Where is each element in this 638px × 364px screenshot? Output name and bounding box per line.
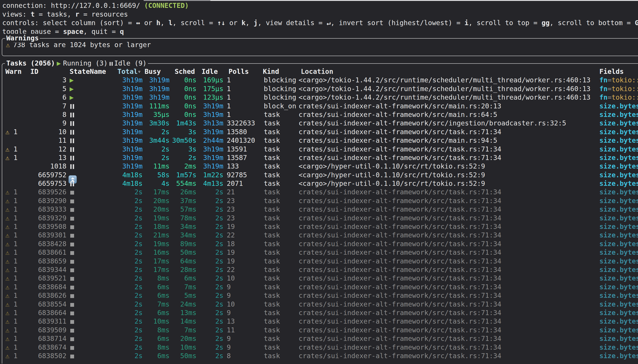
cell-name	[90, 93, 117, 102]
cell-state	[66, 300, 90, 308]
text-segment: ↵	[327, 19, 331, 27]
task-row[interactable]: 113h19m3m44s30m50s2h44m2401320taskcrates…	[2, 136, 638, 145]
task-row[interactable]: ⚠ 168395262s17ms26ms2s21taskcrates/sui-i…	[2, 188, 638, 196]
task-row[interactable]: 66597524m18s58s1m57s1m22s92785task<cargo…	[2, 171, 638, 179]
cell-task-id: 6839509	[22, 326, 66, 334]
cell-state	[66, 308, 90, 317]
cell-task-id: 6838626	[22, 291, 66, 300]
cell-fields: size.bytes=	[598, 128, 638, 136]
cell-task-id: 6839333	[22, 205, 66, 214]
task-row[interactable]: ⚠ 168393332s20ms57ms2s23taskcrates/sui-i…	[2, 205, 638, 214]
cell-busy: 3m44s	[142, 136, 170, 145]
col-kind[interactable]: Kind	[260, 67, 298, 76]
col-location[interactable]: Location	[298, 67, 598, 76]
cell-state	[66, 334, 90, 343]
text-segment: , quit =	[83, 28, 120, 36]
cell-name	[90, 274, 117, 282]
col-name[interactable]: Name	[90, 67, 117, 76]
task-row[interactable]: ⚠ 168386742s8ms10ms2s9taskcrates/sui-ind…	[2, 343, 638, 352]
cell-task-id: 11	[22, 136, 66, 145]
cell-total: 2s	[117, 231, 142, 240]
task-row[interactable]: ⚠ 168387142s6ms20ms2s9taskcrates/sui-ind…	[2, 334, 638, 343]
cell-kind: task	[260, 283, 298, 291]
field-key: size.bytes	[600, 154, 638, 162]
col-polls[interactable]: Polls	[223, 67, 260, 76]
cell-busy: 2s	[142, 145, 170, 154]
col-fields[interactable]: Fields	[598, 67, 638, 76]
task-row[interactable]: ⚠ 168386262s6ms5ms2s9taskcrates/sui-inde…	[2, 291, 638, 300]
cell-sched: 57ms	[170, 205, 196, 214]
cell-warn: ⚠ 1	[2, 308, 22, 317]
task-row[interactable]: 5▶3h19m3h19m0ns175µs1blocking<cargo>/tok…	[2, 84, 638, 93]
task-row[interactable]: ⚠ 168385022s6ms50ms2s8taskcrates/sui-ind…	[2, 352, 638, 360]
task-row[interactable]: 3▶3h19m3h19m0ns169µs1blocking<cargo>/tok…	[2, 76, 638, 84]
cell-location: crates/sui-indexer-alt-framework/src/tas…	[298, 343, 598, 352]
cell-total: 2s	[117, 317, 142, 326]
task-row[interactable]: ⚠ 168393012s21ms34ms2s22taskcrates/sui-i…	[2, 231, 638, 240]
cell-task-id: 6839521	[22, 274, 66, 282]
task-row[interactable]: ⚠ 168395082s18ms34ms2s19taskcrates/sui-i…	[2, 222, 638, 231]
task-row[interactable]: 93h19m3m30s1m43s3h13m3322633taskcrates/s…	[2, 119, 638, 128]
cell-total: 3h19m	[117, 93, 142, 102]
cell-task-id: 12	[22, 145, 66, 154]
col-total-sorted[interactable]: Total▿	[117, 67, 142, 76]
controls-line: controls: select column (sort) = ↔ or h,…	[0, 19, 638, 28]
col-warn[interactable]: Warn	[2, 67, 22, 76]
task-row[interactable]: ⚠ 168395092s8ms7ms2s11taskcrates/sui-ind…	[2, 326, 638, 334]
task-row[interactable]: 66597534m18s4s554ms4m13s2071task<cargo>/…	[2, 179, 638, 188]
text-segment: or	[225, 19, 241, 27]
cell-name	[90, 214, 117, 222]
task-row[interactable]: ⚠ 1133h19m2s2s3h19m13587taskcrates/sui-i…	[2, 154, 638, 162]
text-segment: space	[63, 28, 83, 36]
task-row[interactable]: ⚠ 168393112s10ms14ms2s13taskcrates/sui-i…	[2, 317, 638, 326]
cell-task-id: 10	[22, 128, 66, 136]
stopped-state-icon	[70, 337, 74, 341]
cell-warn	[2, 119, 22, 128]
warning-icon: ⚠	[6, 343, 10, 351]
text-segment: connection: http://127.0.0.1:6669/	[2, 2, 144, 10]
cell-polls: 13591	[223, 145, 260, 154]
cell-fields: size.bytes=	[598, 231, 638, 240]
field-key: fn	[600, 85, 608, 93]
cell-location: <cargo>/hyper-util-0.1.10/src/rt/tokio.r…	[298, 179, 598, 188]
cell-state	[66, 240, 90, 248]
task-row[interactable]: 6▶3h19m3h19m0ns123µs1blocking<cargo>/tok…	[2, 93, 638, 102]
task-row[interactable]: ⚠ 168386842s6ms7ms2s9taskcrates/sui-inde…	[2, 283, 638, 291]
warning-icon: ⚠	[6, 205, 10, 213]
cell-sched: 50ms	[170, 248, 196, 257]
warn-count: 1	[10, 266, 18, 274]
cell-sched: 1m43s	[170, 119, 196, 128]
cell-state	[66, 352, 90, 360]
cell-state	[66, 188, 90, 196]
stopped-state-icon	[70, 200, 74, 203]
task-row[interactable]: ⚠ 168386612s16ms50ms2s19taskcrates/sui-i…	[2, 248, 638, 257]
task-row[interactable]: ⚠ 1103h19m2s3s3h19m13580taskcrates/sui-i…	[2, 128, 638, 136]
task-row[interactable]: ⚠ 168386642s6ms13ms2s9taskcrates/sui-ind…	[2, 308, 638, 317]
running-count: Running (3)	[63, 59, 108, 67]
cell-polls: 1	[223, 84, 260, 93]
cell-sched: 0ns	[170, 93, 196, 102]
col-busy[interactable]: Busy	[142, 67, 170, 76]
col-idle[interactable]: Idle	[196, 67, 223, 76]
text-segment: , invert sort (highest/lowest) =	[331, 19, 464, 27]
cell-idle: 3h19m	[196, 145, 223, 154]
task-row[interactable]: ⚠ 168395212s8ms6ms2s10taskcrates/sui-ind…	[2, 274, 638, 282]
cell-location: <cargo>/hyper-util-0.1.10/src/rt/tokio.r…	[298, 162, 598, 170]
field-key: size.bytes	[600, 180, 638, 188]
col-sched[interactable]: Sched	[170, 67, 196, 76]
col-id[interactable]: ID	[22, 67, 66, 76]
task-row[interactable]: ⚠ 168384282s19ms89ms2s18taskcrates/sui-i…	[2, 240, 638, 248]
stopped-state-icon	[70, 191, 74, 194]
task-row[interactable]: ⚠ 168393292s19ms78ms2s23taskcrates/sui-i…	[2, 214, 638, 222]
task-row[interactable]: 10183h19m11ms2ms3h19m133task<cargo>/hype…	[2, 162, 638, 170]
cell-sched: 13ms	[170, 308, 196, 317]
task-row[interactable]: 83h19m35µs0ns3h19m1taskcrates/sui-indexe…	[2, 110, 638, 119]
task-row[interactable]: ⚠ 1123h19m2s3s3h19m13591taskcrates/sui-i…	[2, 145, 638, 154]
task-row[interactable]: ⚠ 168392902s20ms37ms2s23taskcrates/sui-i…	[2, 196, 638, 205]
task-row[interactable]: ⚠ 168393442s17ms28ms2s22taskcrates/sui-i…	[2, 266, 638, 274]
task-row[interactable]: ⚠ 168385542s7ms24ms2s10taskcrates/sui-in…	[2, 300, 638, 308]
task-row[interactable]: ⚠ 168386592s17ms64ms2s19taskcrates/sui-i…	[2, 257, 638, 266]
stopped-state-icon	[70, 312, 74, 315]
task-row[interactable]: 73h19m111ms0ns3h19m1block_oncrates/sui-i…	[2, 102, 638, 110]
col-state[interactable]: State	[66, 67, 90, 76]
